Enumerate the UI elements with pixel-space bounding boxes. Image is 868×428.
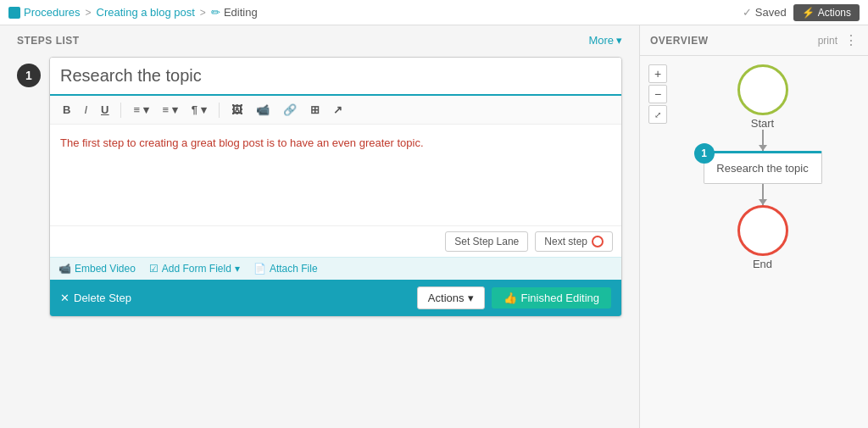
pencil-icon: ✏	[211, 6, 220, 19]
arrow-step-to-end	[762, 184, 764, 205]
zoom-in-button[interactable]: +	[648, 64, 667, 83]
end-label: End	[753, 258, 772, 270]
check-icon: ✓	[743, 6, 752, 19]
editing-label: Editing	[224, 6, 258, 19]
breadcrumb-blog-post[interactable]: Creating a blog post	[97, 6, 195, 19]
add-form-field-button[interactable]: ☑ Add Form Field ▾	[149, 263, 240, 275]
bold-button[interactable]: B	[58, 101, 75, 119]
finished-editing-label: Finished Editing	[521, 292, 600, 304]
next-step-circle-icon	[592, 236, 604, 247]
delete-step-button[interactable]: ✕ Delete Step	[60, 292, 131, 304]
editor-content[interactable]: The first step to creating a great blog …	[50, 125, 621, 226]
start-label: Start	[751, 117, 774, 130]
left-panel: STEPS LIST More ▾ 1 B I U ≡ ▾ ≡ ▾ ¶ ▾	[0, 25, 639, 428]
toolbar-separator-2	[219, 103, 220, 118]
thumbsup-icon: 👍	[504, 292, 517, 304]
attach-file-button[interactable]: 📄 Attach File	[253, 263, 318, 275]
paragraph-button[interactable]: ¶ ▾	[187, 101, 211, 119]
form-icon: ☑	[149, 263, 159, 275]
actions-dropdown-label: Actions	[428, 292, 465, 304]
step-actions-bar: Set Step Lane Next step	[50, 226, 621, 257]
header-actions-button[interactable]: ⚡ Actions	[793, 4, 860, 21]
breadcrumb-procedures[interactable]: Procedures	[8, 6, 80, 19]
toolbar-separator-1	[120, 103, 121, 118]
app-header: Procedures > Creating a blog post > ✏ Ed…	[0, 0, 868, 25]
actions-chevron-icon: ▾	[468, 292, 474, 304]
more-label: More	[588, 34, 614, 47]
step-title-input[interactable]	[50, 58, 621, 96]
arrow-start-to-step	[762, 130, 764, 151]
actions-dropdown-button[interactable]: Actions ▾	[417, 286, 485, 309]
align-button[interactable]: ≡ ▾	[129, 101, 153, 119]
print-link[interactable]: print	[818, 35, 837, 47]
breadcrumb-editing: ✏ Editing	[211, 6, 258, 19]
bottom-action-bar: ✕ Delete Step Actions ▾ 👍 Finished Editi…	[50, 280, 621, 316]
lightning-icon: ⚡	[802, 7, 815, 19]
breadcrumb-sep-1: >	[85, 7, 91, 19]
delete-step-label: Delete Step	[74, 292, 131, 304]
breadcrumb: Procedures > Creating a blog post > ✏ Ed…	[8, 6, 258, 19]
main-content: STEPS LIST More ▾ 1 B I U ≡ ▾ ≡ ▾ ¶ ▾	[0, 25, 868, 428]
procedures-label: Procedures	[24, 6, 80, 19]
overview-title: OVERVIEW	[650, 35, 708, 47]
header-actions-label: Actions	[818, 7, 851, 19]
editor-text: The first step to creating a great blog …	[60, 136, 424, 149]
end-node	[737, 205, 788, 256]
file-icon: 📄	[253, 263, 266, 275]
steps-list-title: STEPS LIST	[17, 35, 80, 47]
step-container: 1 B I U ≡ ▾ ≡ ▾ ¶ ▾ 🖼 📹 🔗 ⊞ ↗	[17, 57, 622, 317]
zoom-out-button[interactable]: −	[648, 85, 667, 103]
attach-bar: 📹 Embed Video ☑ Add Form Field ▾ 📄 Attac…	[50, 257, 621, 280]
right-panel: OVERVIEW print ⋮ + − ⤢ Start 1	[639, 25, 868, 428]
set-step-lane-button[interactable]: Set Step Lane	[445, 231, 528, 252]
set-step-lane-label: Set Step Lane	[454, 236, 519, 247]
video-small-icon: 📹	[58, 263, 71, 275]
italic-button[interactable]: I	[80, 101, 92, 119]
x-icon: ✕	[60, 292, 70, 304]
underline-button[interactable]: U	[97, 101, 113, 119]
list-button[interactable]: ≡ ▾	[159, 101, 182, 119]
embed-video-button[interactable]: 📹 Embed Video	[58, 263, 136, 275]
saved-badge: ✓ Saved	[743, 6, 787, 19]
fit-button[interactable]: ⤢	[648, 105, 667, 124]
saved-label: Saved	[755, 6, 787, 19]
next-step-button[interactable]: Next step	[535, 231, 613, 252]
step-node-badge: 1	[694, 143, 715, 164]
zoom-controls: + − ⤢	[648, 64, 667, 124]
step-node: 1 Research the topic	[704, 151, 822, 184]
add-form-field-label: Add Form Field	[162, 263, 231, 275]
breadcrumb-sep-2: >	[200, 7, 206, 19]
attach-file-label: Attach File	[270, 263, 318, 275]
step-card: B I U ≡ ▾ ≡ ▾ ¶ ▾ 🖼 📹 🔗 ⊞ ↗ The first	[49, 57, 622, 317]
header-right: ✓ Saved ⚡ Actions	[743, 4, 860, 21]
flow-content: Start 1 Research the topic End	[704, 64, 822, 270]
video-button[interactable]: 📹	[252, 101, 274, 119]
finished-editing-button[interactable]: 👍 Finished Editing	[492, 287, 612, 308]
embed-video-label: Embed Video	[75, 263, 136, 275]
steps-list-header: STEPS LIST More ▾	[17, 34, 622, 47]
diagram-area: + − ⤢ Start 1 Research the topic	[640, 56, 868, 428]
expand-button[interactable]: ↗	[329, 101, 347, 119]
bottom-right-buttons: Actions ▾ 👍 Finished Editing	[417, 286, 611, 309]
more-button[interactable]: More ▾	[588, 34, 622, 47]
form-chevron-icon: ▾	[235, 263, 240, 275]
editor-toolbar: B I U ≡ ▾ ≡ ▾ ¶ ▾ 🖼 📹 🔗 ⊞ ↗	[50, 96, 621, 125]
step-number-badge: 1	[17, 64, 41, 87]
image-button[interactable]: 🖼	[227, 101, 247, 119]
procedures-icon	[8, 7, 20, 19]
chevron-down-icon: ▾	[616, 34, 622, 47]
overview-right: print ⋮	[818, 32, 858, 48]
link-button[interactable]: 🔗	[279, 101, 301, 119]
next-step-label: Next step	[544, 236, 587, 247]
table-button[interactable]: ⊞	[306, 101, 324, 119]
start-node	[737, 64, 788, 115]
overview-menu-button[interactable]: ⋮	[844, 32, 858, 48]
overview-header: OVERVIEW print ⋮	[640, 25, 868, 56]
step-node-label: Research the topic	[716, 162, 808, 175]
